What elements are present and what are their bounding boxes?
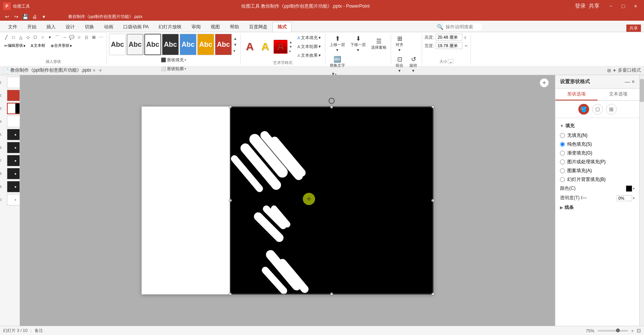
shape-outline-btn[interactable]: ⬜ 形状轮廓 ▾: [159, 65, 188, 73]
size-expand-btn[interactable]: ⌄: [448, 59, 453, 64]
shape-line2[interactable]: ⌒: [53, 34, 61, 41]
shape-rect[interactable]: □: [10, 34, 17, 41]
textbox-btn[interactable]: A 文本框: [29, 42, 47, 49]
picture-fill-radio[interactable]: [560, 159, 565, 164]
shape-style-4[interactable]: Abc: [162, 34, 179, 55]
shape-star[interactable]: ☆: [75, 34, 83, 41]
slide-thumb-9[interactable]: ■: [7, 181, 20, 192]
slide-thumb-3[interactable]: [7, 103, 20, 114]
slide-thumb-6[interactable]: ■: [7, 142, 20, 153]
save-button[interactable]: 💾: [21, 13, 29, 20]
share-icon[interactable]: 共享: [589, 2, 599, 10]
panel-collapse-btn[interactable]: —: [625, 79, 630, 85]
art-text-style-3[interactable]: A: [274, 40, 287, 54]
art-styles-scroll-up[interactable]: ▲: [289, 40, 292, 44]
slide-thumb-5[interactable]: ■: [7, 129, 20, 140]
undo-button[interactable]: ↩: [3, 13, 11, 20]
rotate-handle[interactable]: [329, 98, 335, 104]
group-btn[interactable]: ⊡ 组合▾: [393, 54, 406, 74]
art-styles-expand[interactable]: ▾: [289, 49, 292, 53]
text-fill-btn[interactable]: A 文本填充▾: [296, 34, 323, 42]
tab-baidu[interactable]: 百度网盘: [244, 22, 272, 32]
tab-file[interactable]: 文件: [3, 22, 22, 32]
shape-more[interactable]: ▾: [46, 34, 54, 41]
select-panel-btn[interactable]: ☰ 选择窗格: [369, 36, 388, 51]
tab-home[interactable]: 开始: [22, 22, 41, 32]
minimize-button[interactable]: －: [606, 2, 616, 10]
file-tab[interactable]: 📄 教你制作《ppt制作创意图片功能》.pptx ×: [3, 67, 96, 74]
tab-insert[interactable]: 插入: [41, 22, 61, 32]
shape-banner[interactable]: ⌸: [83, 34, 90, 41]
redo-button[interactable]: ↪: [12, 13, 20, 20]
gradient-fill-option[interactable]: 渐变填充(G): [560, 150, 635, 156]
rotate2-btn[interactable]: ↺ 旋转▾: [407, 54, 419, 74]
transparency-dropdown[interactable]: ▾: [633, 196, 635, 200]
slide-fill-radio[interactable]: [560, 177, 565, 182]
tab-animations[interactable]: 动画: [99, 22, 118, 32]
tab-pocket-pa[interactable]: 口袋动画 PA: [118, 22, 154, 32]
art-text-style-2[interactable]: A: [258, 40, 272, 54]
shape-fill-btn[interactable]: ⬛ 形状填充 ▾: [159, 56, 188, 64]
slide-thumb-2[interactable]: [7, 90, 20, 101]
shape-more2[interactable]: ⋯: [97, 34, 105, 41]
shape-flow[interactable]: ⊞: [90, 34, 97, 41]
width-input[interactable]: [436, 42, 462, 49]
notes-btn[interactable]: 备注: [35, 328, 43, 333]
zoom-in-btn[interactable]: +: [631, 328, 634, 333]
add-slide-btn[interactable]: +: [540, 78, 549, 87]
replace-text-btn[interactable]: 🔤 替换文字: [328, 54, 347, 69]
tab-transitions[interactable]: 切换: [80, 22, 99, 32]
shape-style-5[interactable]: Abc: [180, 34, 197, 55]
pattern-fill-radio[interactable]: [560, 168, 565, 173]
no-fill-option[interactable]: 无填充(N): [560, 132, 635, 139]
customize-button[interactable]: ▾: [40, 13, 48, 20]
scrollbar-thumb[interactable]: [640, 79, 644, 102]
shape-styles-scroll-down[interactable]: ▼: [233, 42, 238, 48]
text-effect-btn[interactable]: A 文本效果▾: [296, 51, 323, 59]
shape-diamond[interactable]: ◇: [24, 34, 32, 41]
shape-style-3[interactable]: Abc: [144, 34, 161, 55]
slide-thumb-10[interactable]: ≡: [7, 194, 20, 205]
slide-fill-option[interactable]: 幻灯片背景填充(B): [560, 176, 635, 183]
shape-callout[interactable]: 💬: [68, 34, 76, 41]
zoom-thumb[interactable]: [616, 328, 620, 332]
color-swatch[interactable]: [626, 186, 632, 192]
edit-shape-btn[interactable]: ✏ 编辑形状▾: [2, 42, 27, 49]
transparency-input[interactable]: [617, 195, 632, 201]
shape-arrow[interactable]: →: [61, 34, 68, 41]
move-up-btn[interactable]: ⬆ 上移一层▾: [328, 34, 347, 54]
file-tab-close[interactable]: ×: [93, 68, 96, 73]
align-btn[interactable]: ⊞ 对齐▾: [393, 34, 406, 54]
fit-btn[interactable]: ⊡: [637, 328, 641, 333]
shape-hexagon[interactable]: ⬡: [31, 34, 39, 41]
slide-thumb-1[interactable]: [7, 77, 20, 88]
art-text-style-1[interactable]: A: [243, 40, 257, 54]
pattern-fill-option[interactable]: 图案填充(A): [560, 168, 635, 174]
panel-close-btn[interactable]: ×: [632, 79, 635, 85]
merge-btn[interactable]: ⊕ 合并形状▾: [49, 42, 74, 49]
tab-slideshow[interactable]: 幻灯片放映: [154, 22, 187, 32]
tab-view[interactable]: 视图: [206, 22, 225, 32]
gradient-fill-radio[interactable]: [560, 151, 565, 156]
share-btn-right[interactable]: 共享: [626, 25, 641, 32]
print-button[interactable]: 🖨: [31, 13, 38, 20]
picture-fill-option[interactable]: 图片或处理填充(P): [560, 159, 635, 165]
tab-format[interactable]: 格式: [272, 22, 292, 32]
line-expand-icon[interactable]: ▶: [560, 205, 563, 210]
solid-fill-option[interactable]: 纯色填充(S): [560, 141, 635, 148]
close-button[interactable]: ×: [630, 2, 641, 10]
no-fill-radio[interactable]: [560, 133, 565, 138]
fill-icon-btn[interactable]: 🪣: [578, 104, 589, 115]
art-styles-scroll-down[interactable]: ▼: [289, 45, 292, 49]
tab-shape-options[interactable]: 形状选项: [555, 89, 598, 100]
tab-design[interactable]: 设计: [61, 22, 80, 32]
text-outline-btn[interactable]: A 文本轮廓▾: [296, 43, 323, 51]
shape-style-7[interactable]: Abc: [215, 34, 232, 55]
height-input[interactable]: [436, 34, 462, 41]
shape-outline-icon-btn[interactable]: ⬠: [592, 104, 603, 115]
solid-fill-radio[interactable]: [560, 142, 565, 147]
register-button[interactable]: 登录: [575, 2, 586, 10]
shape-triangle[interactable]: △: [17, 34, 25, 41]
tab-help[interactable]: 帮助: [225, 22, 244, 32]
restore-button[interactable]: □: [618, 2, 629, 10]
